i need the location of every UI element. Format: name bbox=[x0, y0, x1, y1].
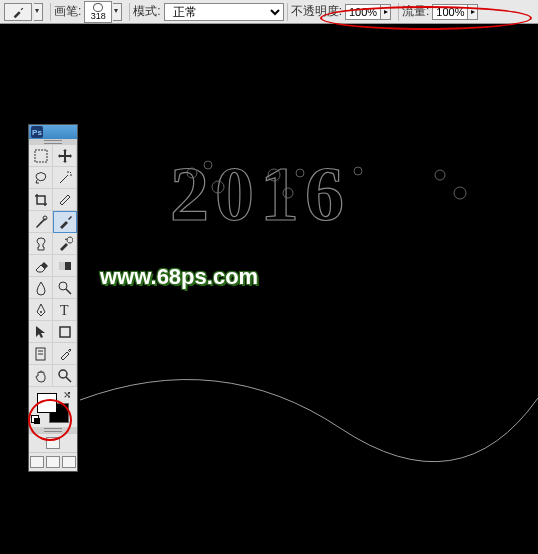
type-tool[interactable]: T bbox=[53, 299, 77, 321]
zoom-tool[interactable] bbox=[53, 365, 77, 387]
swap-colors-icon[interactable]: ⤭ bbox=[63, 389, 71, 400]
tools-panel-titlebar[interactable]: Ps bbox=[29, 125, 77, 139]
notes-tool[interactable] bbox=[29, 343, 53, 365]
default-colors-icon[interactable] bbox=[31, 415, 41, 425]
svg-point-19 bbox=[59, 370, 67, 378]
brush-preset-dropdown[interactable] bbox=[113, 3, 122, 21]
flow-label: 流量: bbox=[402, 3, 429, 20]
gradient-tool[interactable] bbox=[53, 255, 77, 277]
rect-marquee-tool[interactable] bbox=[29, 145, 53, 167]
mode-label: 模式: bbox=[133, 3, 160, 20]
ps-logo-icon: Ps bbox=[31, 126, 43, 138]
tool-preset-picker[interactable] bbox=[4, 3, 32, 21]
crop-tool[interactable] bbox=[29, 189, 53, 211]
move-tool[interactable] bbox=[53, 145, 77, 167]
quick-mask-toggle[interactable] bbox=[29, 433, 77, 452]
slice-tool[interactable] bbox=[53, 189, 77, 211]
path-curve bbox=[0, 48, 538, 554]
blend-mode-select[interactable]: 正常 bbox=[164, 3, 284, 21]
blur-tool[interactable] bbox=[29, 277, 53, 299]
flow-input[interactable] bbox=[432, 4, 468, 20]
path-selection-tool[interactable] bbox=[29, 321, 53, 343]
dodge-tool[interactable] bbox=[53, 277, 77, 299]
brush-preset-picker[interactable]: 318 bbox=[84, 1, 112, 23]
svg-point-15 bbox=[40, 311, 42, 313]
history-brush-tool[interactable] bbox=[53, 233, 77, 255]
tool-preset-dropdown[interactable] bbox=[34, 3, 43, 21]
hand-tool[interactable] bbox=[29, 365, 53, 387]
clone-stamp-tool[interactable] bbox=[29, 233, 53, 255]
svg-rect-17 bbox=[60, 327, 70, 337]
flow-arrow[interactable]: ▸ bbox=[468, 4, 478, 20]
pen-tool[interactable] bbox=[29, 299, 53, 321]
eyedropper-tool[interactable] bbox=[53, 343, 77, 365]
svg-rect-13 bbox=[59, 262, 65, 270]
magic-wand-tool[interactable] bbox=[53, 167, 77, 189]
brush-tool[interactable] bbox=[53, 211, 77, 233]
screen-mode-switcher[interactable] bbox=[29, 452, 77, 471]
healing-brush-tool[interactable] bbox=[29, 211, 53, 233]
lasso-tool[interactable] bbox=[29, 167, 53, 189]
shape-tool[interactable] bbox=[53, 321, 77, 343]
opacity-arrow[interactable]: ▸ bbox=[381, 4, 391, 20]
svg-point-14 bbox=[59, 282, 67, 290]
tools-panel: Ps T ⤭ bbox=[28, 124, 78, 472]
canvas bbox=[0, 24, 538, 554]
opacity-input[interactable] bbox=[345, 4, 381, 20]
color-swatches: ⤭ bbox=[29, 387, 77, 427]
foreground-color-swatch[interactable] bbox=[37, 393, 57, 413]
svg-rect-10 bbox=[35, 150, 47, 162]
eraser-tool[interactable] bbox=[29, 255, 53, 277]
options-bar: 画笔: 318 模式: 正常 不透明度: ▸ 流量: ▸ bbox=[0, 0, 538, 24]
svg-text:T: T bbox=[60, 303, 69, 318]
brush-label: 画笔: bbox=[54, 3, 81, 20]
opacity-label: 不透明度: bbox=[291, 3, 342, 20]
